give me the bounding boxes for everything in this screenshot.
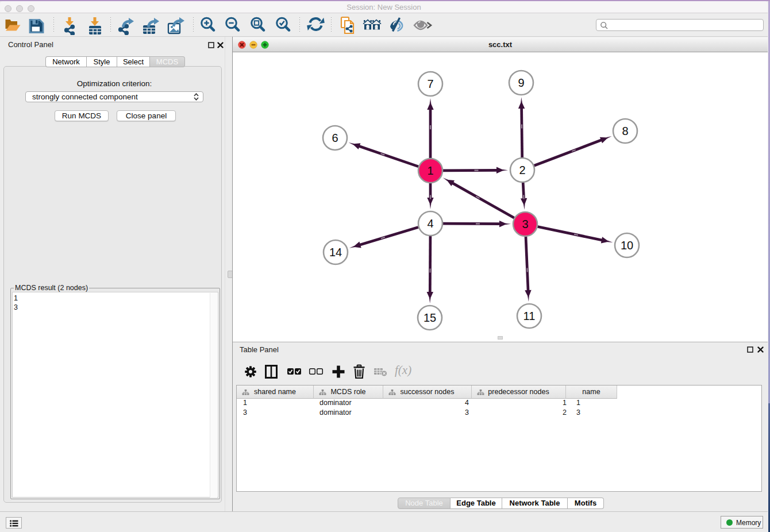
svg-text:11: 11 [523,310,536,322]
svg-text:2: 2 [519,164,525,176]
svg-text:14: 14 [329,246,342,259]
svg-text:7: 7 [427,78,433,90]
svg-text:9: 9 [518,76,524,89]
svg-text:8: 8 [622,125,628,137]
svg-text:1: 1 [427,164,433,177]
svg-text:3: 3 [522,218,528,230]
svg-text:6: 6 [332,132,338,144]
svg-text:4: 4 [427,217,433,230]
svg-text:10: 10 [621,239,633,252]
svg-text:15: 15 [424,311,436,324]
